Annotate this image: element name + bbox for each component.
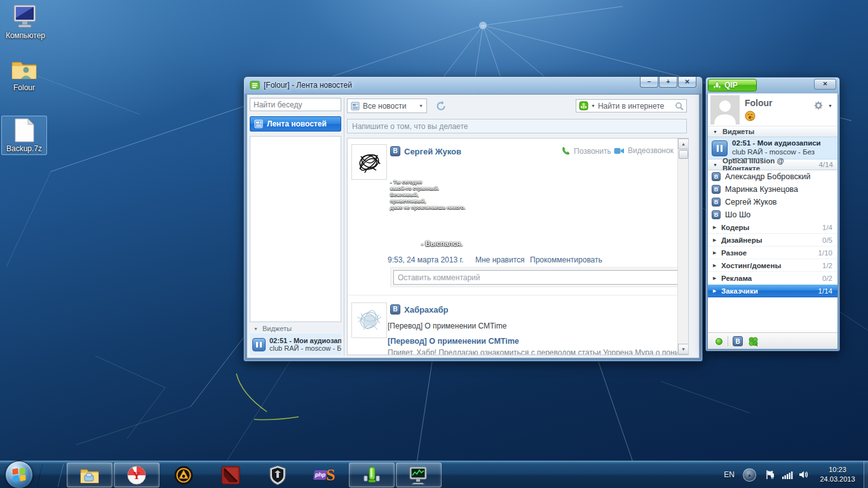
post-link-title[interactable]: [Перевод] О применении CMTime [388,337,519,346]
desktop-icon-backup[interactable]: Backup.7z [1,116,47,155]
feed-main: Все новости ▼ ▼ Найти в интернете [347,98,697,355]
contact-row[interactable]: В Александр Бобровский [708,170,837,183]
clover-icon[interactable] [748,336,759,347]
group-name: Заказчики [721,287,758,295]
profile-avatar[interactable] [710,95,740,125]
group-row-misc[interactable]: ▶ Разное 1/10 [708,247,837,259]
show-desktop-button[interactable] [864,461,868,488]
network-signal-icon[interactable] [782,471,793,479]
like-link[interactable]: Мне нравится [475,255,525,264]
group-row-hosting[interactable]: ▶ Хостинг/домены 1/2 [708,259,837,272]
internet-search-box[interactable]: ▼ Найти в интернете [576,99,687,112]
maximize-button[interactable]: + [659,77,677,88]
user-folder-icon [10,57,38,81]
group-header-optical-illusion[interactable]: ▼ Optical Illusion @ ВКонтакте 4/14 [708,159,837,170]
yawning-smiley-icon[interactable] [745,111,756,121]
status-input[interactable] [348,119,686,133]
call-button[interactable]: Позвонить [561,146,611,156]
vk-badge-icon[interactable]: В [390,146,400,156]
scroll-thumb[interactable] [679,150,688,159]
chevron-down-icon: ▼ [591,104,595,108]
desktop-icon-folour[interactable]: Folour [1,57,47,92]
world-of-tanks-icon [269,465,287,485]
sidebar-item-news-feed[interactable]: Лента новостей [250,116,341,132]
post-author[interactable]: Сергей Жуков [404,147,461,156]
divider [728,336,728,346]
show-hidden-icons-button[interactable]: ▲ [743,468,756,482]
clock[interactable]: 10:23 24.03.2013 [812,465,863,484]
settings-gear-icon[interactable] [813,100,824,111]
group-name: Кодеры [721,224,749,231]
call-label: Позвонить [574,147,611,156]
group-row-coders[interactable]: ▶ Кодеры 1/4 [708,221,837,234]
vk-badge-icon[interactable]: В [390,304,400,315]
volume-icon[interactable] [799,470,810,480]
taskbar-app-system-monitor[interactable] [396,463,442,487]
feed-scrollbar[interactable]: ▲ ▼ [677,139,688,355]
language-indicator[interactable]: EN [724,470,735,479]
group-count: 0/2 [822,274,832,282]
newspaper-icon [254,119,263,128]
desktop-icon-label: Компьютер [3,31,48,40]
qip-contact-panel: QIP ✕ Folour [705,77,840,351]
post-author[interactable]: Хабрахабр [404,305,449,315]
meme-text: приветливый, [388,198,466,205]
taskbar: Y php S [0,461,868,488]
taskbar-app-aimp[interactable] [161,463,207,487]
contact-row[interactable]: В Маринка Кузнецова [708,183,837,196]
post-body: Привет, Хабр! Предлагаю ознакомиться с п… [388,348,689,355]
expand-arrow-icon: ▶ [713,250,721,255]
vk-account-icon[interactable]: В [733,336,743,346]
taskbar-app-qip[interactable] [349,463,395,487]
pause-button[interactable] [252,338,266,351]
desktop-icon-computer[interactable]: Компьютер [3,4,48,40]
widget-title: 02:51 - Мои аудиозаписи [269,337,341,344]
clock-date: 24.03.2013 [812,475,863,484]
group-row-designers[interactable]: ▶ Дизайнеры 0/5 [708,234,837,247]
chevron-down-icon: ▼ [419,104,423,108]
taskbar-app-yandex-browser[interactable]: Y [114,463,159,487]
post-avatar[interactable] [351,302,387,338]
contact-row[interactable]: В Шо Шо [708,208,837,221]
action-center-flag-icon[interactable] [765,470,775,480]
news-filter-dropdown[interactable]: Все новости ▼ [347,98,427,113]
profile-name[interactable]: Folour [745,98,773,108]
taskbar-app-dota2[interactable] [208,463,254,487]
video-call-button[interactable]: Видеозвонок [614,146,674,155]
taskbar-app-windows-explorer[interactable] [67,463,112,487]
group-row-ads[interactable]: ▶ Реклама 0/2 [708,272,837,285]
contact-list-body: Folour ▼ ▼ Виджеты [708,93,837,349]
post-avatar[interactable] [351,144,387,180]
widgets-section-header[interactable]: ▼ Виджеты [708,126,837,137]
audio-player-widget[interactable]: 02:51 - Мои аудиозаписи club RAЙ - mosco… [250,334,341,355]
panel-close-button[interactable]: ✕ [814,79,836,90]
post-meme-image[interactable]: - Ты сегодня какой-то странный. Вежливый… [388,165,466,252]
comment-input[interactable] [393,270,680,285]
refresh-icon [435,100,447,112]
scroll-up-button[interactable]: ▲ [678,139,689,149]
minimize-button[interactable]: – [640,77,658,88]
pause-button[interactable] [712,140,728,156]
online-status-icon[interactable] [715,338,722,345]
refresh-button[interactable] [435,100,447,112]
meme-text: - Ты сегодня [388,179,466,186]
qip-menu-button[interactable]: QIP [708,79,757,92]
expand-arrow-icon: ▶ [713,225,721,230]
comment-link[interactable]: Прокомментировать [530,255,602,264]
start-button[interactable] [5,461,33,488]
close-button[interactable]: ✕ [678,77,696,88]
conversation-list[interactable] [250,136,341,322]
audio-player-widget[interactable]: 02:51 - Мои аудиозаписи club RAЙ - mosco… [708,137,837,159]
taskbar-app-phpstorm[interactable]: php S [302,463,348,487]
meme-text: какой-то странный. [388,186,466,192]
post-timestamp[interactable]: 9:53, 24 марта 2013 г. [388,255,464,264]
conversation-search-input[interactable] [250,98,341,111]
group-row-clients-selected[interactable]: ▶ Заказчики 1/14 [708,285,837,297]
feed-window-titlebar[interactable]: [Folour] - Лента новостей [250,80,352,90]
chevron-down-icon[interactable]: ▼ [828,104,832,108]
sidebar-widgets-header[interactable]: ▼ Виджеты [250,323,341,334]
taskbar-app-world-of-tanks[interactable] [255,463,301,487]
contact-row[interactable]: В Сергей Жуков [708,196,837,208]
group-count: 0/5 [822,236,832,244]
scroll-down-button[interactable]: ▼ [678,344,689,355]
